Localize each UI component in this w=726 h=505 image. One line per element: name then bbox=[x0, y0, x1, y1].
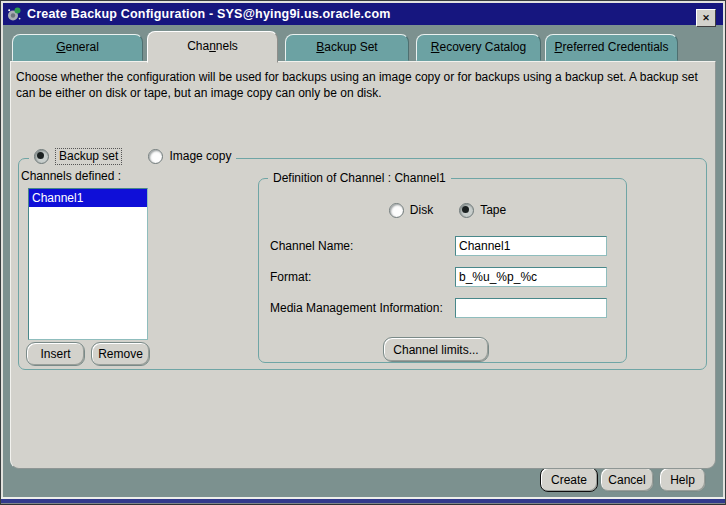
device-type-radio-row: Disk Tape bbox=[259, 203, 636, 218]
tab-channels[interactable]: Channels bbox=[147, 31, 278, 63]
tab-label: referred Credentials bbox=[562, 40, 668, 54]
format-label: Format: bbox=[270, 270, 311, 284]
window-title: Create Backup Configuration - SYS@hying9… bbox=[27, 7, 391, 21]
list-item[interactable]: Channel1 bbox=[29, 189, 147, 207]
tab-label: nels bbox=[216, 39, 238, 53]
disk-radio[interactable] bbox=[389, 203, 404, 218]
tab-label: ecovery Catalog bbox=[439, 40, 526, 54]
image-copy-radio[interactable] bbox=[148, 149, 163, 164]
tab-recovery-catalog[interactable]: Recovery Catalog bbox=[416, 34, 541, 61]
cancel-button[interactable]: Cancel bbox=[600, 467, 654, 492]
channels-defined-label: Channels defined : bbox=[21, 169, 121, 183]
channel-name-input[interactable] bbox=[455, 236, 607, 256]
backup-type-radio-row: Backup set Image copy bbox=[29, 148, 236, 165]
title-bar[interactable]: Create Backup Configuration - SYS@hying9… bbox=[3, 3, 723, 25]
description-text: Choose whether the configuration will be… bbox=[16, 69, 709, 101]
dialog-window: Create Backup Configuration - SYS@hying9… bbox=[0, 0, 726, 505]
tab-label: ackup Set bbox=[324, 40, 377, 54]
channel-definition-title: Definition of Channel : Channel1 bbox=[268, 171, 451, 186]
disk-radio-label[interactable]: Disk bbox=[410, 203, 433, 218]
format-input[interactable] bbox=[455, 267, 607, 287]
backup-set-radio[interactable] bbox=[34, 149, 49, 164]
tab-label: eneral bbox=[65, 40, 98, 54]
tab-preferred-credentials[interactable]: Preferred Credentials bbox=[545, 34, 678, 61]
tab-label: Cha bbox=[187, 39, 209, 53]
image-copy-radio-label[interactable]: Image copy bbox=[169, 149, 231, 164]
help-button[interactable]: Help bbox=[659, 467, 706, 492]
media-management-input[interactable] bbox=[455, 298, 607, 318]
insert-button[interactable]: Insert bbox=[26, 342, 85, 366]
window-bottom-edge bbox=[1, 497, 725, 505]
tape-radio-label[interactable]: Tape bbox=[480, 203, 506, 218]
create-button[interactable]: Create bbox=[540, 467, 598, 492]
tab-general[interactable]: General bbox=[12, 34, 143, 61]
tab-label: n bbox=[209, 39, 216, 53]
channels-tab-panel: Choose whether the configuration will be… bbox=[10, 61, 716, 469]
backup-set-radio-label[interactable]: Backup set bbox=[55, 148, 122, 165]
close-icon[interactable]: ✕ bbox=[696, 9, 716, 27]
channel-name-label: Channel Name: bbox=[270, 239, 353, 253]
remove-button[interactable]: Remove bbox=[91, 342, 150, 366]
media-management-label: Media Management Information: bbox=[270, 301, 443, 315]
channel-limits-button[interactable]: Channel limits... bbox=[383, 337, 489, 362]
channels-list[interactable]: Channel1 bbox=[28, 188, 148, 340]
tab-backup-set[interactable]: Backup Set bbox=[285, 34, 409, 61]
channel-definition-groupbox: Definition of Channel : Channel1 Disk Ta… bbox=[258, 178, 627, 363]
tape-radio[interactable] bbox=[459, 203, 474, 218]
app-icon bbox=[6, 6, 22, 22]
